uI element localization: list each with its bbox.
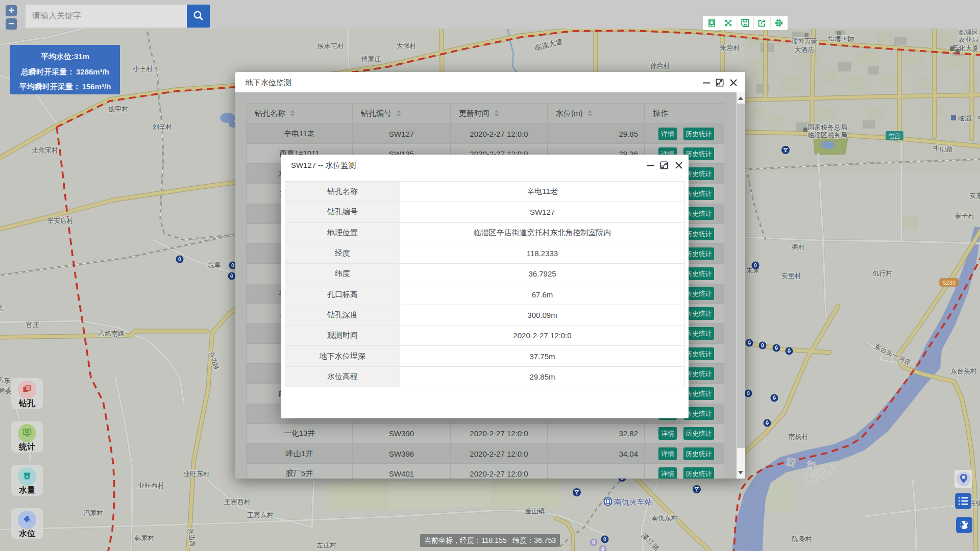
- svg-text:陈黍村: 陈黍村: [792, 535, 812, 543]
- svg-text:王寨西村: 王寨西村: [224, 498, 251, 506]
- svg-text:临淄区税务局: 临淄区税务局: [807, 131, 847, 139]
- svg-text:国家税务总局: 国家税务总局: [807, 123, 847, 131]
- svg-text:态: 态: [0, 304, 4, 312]
- svg-text:店东: 店东: [0, 377, 10, 384]
- svg-text:冯家村: 冯家村: [84, 509, 104, 517]
- svg-text:王寨东村: 王寨东村: [247, 511, 274, 519]
- svg-text:业旺东村: 业旺东村: [183, 470, 210, 478]
- svg-text:S233: S233: [942, 280, 955, 286]
- svg-text:寨子村: 寨子村: [955, 212, 975, 219]
- svg-text:管委: 管委: [0, 387, 12, 394]
- svg-text:业旺西村: 业旺西村: [138, 482, 164, 489]
- svg-text:东台头村: 东台头村: [950, 367, 977, 375]
- svg-text:临淄一中: 临淄一中: [958, 114, 980, 122]
- svg-text:乙烯南路: 乙烯南路: [98, 330, 125, 337]
- svg-text:小王村: 小王村: [133, 65, 153, 72]
- svg-text:临淄区: 临淄区: [959, 29, 978, 36]
- svg-text:农业局: 农业局: [959, 36, 978, 43]
- svg-text:北焦宋村: 北焦宋村: [32, 146, 58, 154]
- svg-text:仉行村: 仉行村: [872, 269, 893, 277]
- svg-text:傅家庄: 傅家庄: [361, 55, 381, 63]
- svg-text:雪宫: 雪宫: [889, 133, 901, 140]
- svg-text:刘辛村: 刘辛村: [153, 123, 173, 131]
- svg-text:左庄村: 左庄村: [317, 541, 337, 549]
- svg-text:南仇东村: 南仇东村: [651, 514, 678, 522]
- svg-text:披甲村: 披甲村: [108, 105, 129, 113]
- svg-text:朱营村: 朱营村: [720, 44, 740, 52]
- svg-text:辛安店村: 辛安店村: [47, 217, 74, 224]
- svg-text:金山镇: 金山镇: [525, 507, 545, 515]
- svg-text:南杨村: 南杨村: [789, 433, 808, 440]
- svg-text:淄博万豪: 淄博万豪: [791, 37, 818, 45]
- svg-text:南仇火车站: 南仇火车站: [614, 497, 652, 506]
- svg-text:官庄: 官庄: [26, 321, 39, 329]
- svg-text:牛山路: 牛山路: [933, 144, 953, 154]
- svg-text:渠村: 渠村: [792, 243, 805, 251]
- svg-text:侯家屯村: 侯家屯村: [317, 42, 344, 49]
- svg-text:安里村: 安里村: [781, 272, 801, 280]
- svg-text:孙营村: 孙营村: [650, 62, 670, 69]
- svg-text:怡海国际: 怡海国际: [827, 35, 854, 42]
- svg-text:安东: 安东: [969, 192, 980, 199]
- svg-text:垸阜: 垸阜: [207, 261, 221, 269]
- svg-text:大酒店: 大酒店: [795, 46, 815, 54]
- svg-text:大张村: 大张村: [397, 42, 416, 49]
- svg-text:韩家村: 韩家村: [135, 534, 155, 542]
